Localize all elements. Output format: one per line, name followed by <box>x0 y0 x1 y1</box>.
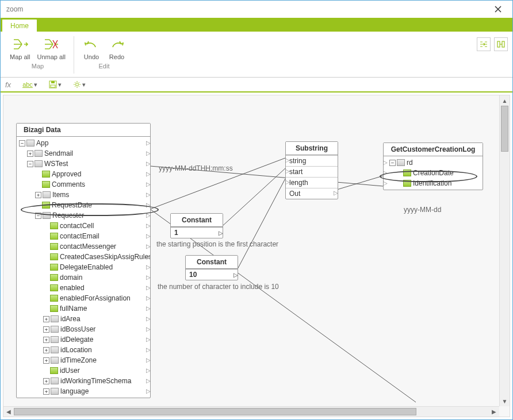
svg-rect-4 <box>51 85 55 87</box>
expand-icon[interactable]: + <box>43 388 49 395</box>
tree-node-contactmessenger[interactable]: contactMessenger▷ <box>17 241 150 252</box>
substring-string-port[interactable]: ▷string <box>286 155 338 166</box>
expand-icon[interactable]: + <box>35 192 41 198</box>
tree-node-idlocation[interactable]: +idLocation▷ <box>17 345 150 355</box>
substring-node[interactable]: Substring ▷string ▷start ▷length Out▷ <box>285 141 338 199</box>
unmap-all-icon <box>42 36 60 52</box>
constant2-value[interactable]: 10▷ <box>186 269 238 280</box>
tree-node-createdcases[interactable]: CreatedCasesSkipAssigRules▷ <box>17 252 150 262</box>
layout-button[interactable] <box>494 37 508 51</box>
close-button[interactable] <box>489 1 507 18</box>
target-node-rd[interactable]: ▷−rd <box>384 157 483 168</box>
tree-node-approved[interactable]: Approved▷ <box>17 169 150 179</box>
tree-node-wstest[interactable]: −WSTest▷ <box>17 159 150 169</box>
chevron-down-icon: ▾ <box>58 81 62 88</box>
expand-icon[interactable]: + <box>43 337 49 343</box>
tree-node-enabled[interactable]: enabled▷ <box>17 283 150 293</box>
ribbon: Map all Unmap all Map Undo <box>1 32 512 78</box>
expand-icon[interactable]: + <box>27 151 33 157</box>
constant1-value[interactable]: 1▷ <box>171 227 223 238</box>
horizontal-scrollbar[interactable]: ◀ ▶ <box>3 406 499 417</box>
collapse-icon[interactable]: − <box>389 160 396 166</box>
tree-node-domain[interactable]: domain▷ <box>17 272 150 283</box>
svg-rect-1 <box>502 41 504 47</box>
constant2-node[interactable]: Constant 10▷ <box>185 255 238 280</box>
constant1-title: Constant <box>171 214 223 227</box>
scroll-right-arrow[interactable]: ▶ <box>489 407 499 417</box>
map-all-label: Map all <box>10 53 30 60</box>
unmap-all-label: Unmap all <box>37 53 66 60</box>
tree-node-comments[interactable]: Comments▷ <box>17 179 150 190</box>
source-panel: Bizagi Data −App▷ +Sendmail▷ −WSTest▷ Ap… <box>16 123 151 398</box>
undo-button[interactable]: Undo <box>79 34 104 63</box>
unmap-all-button[interactable]: Unmap all <box>33 34 69 63</box>
substring-start-port[interactable]: ▷start <box>286 166 338 177</box>
ribbon-separator <box>74 36 74 74</box>
expand-icon[interactable]: + <box>43 347 49 353</box>
tree-node-contactcell[interactable]: contactCell▷ <box>17 221 150 231</box>
save-mapping-dropdown[interactable]: ▾ <box>49 80 62 88</box>
redo-icon <box>108 36 126 52</box>
settings-dropdown[interactable]: ▾ <box>73 80 86 88</box>
tree-node-iduser[interactable]: idUser▷ <box>17 365 150 376</box>
fx-label: fx <box>5 80 11 89</box>
annotation-target-format: yyyy-MM-dd <box>404 206 441 214</box>
mapping-canvas[interactable]: Bizagi Data −App▷ +Sendmail▷ −WSTest▷ Ap… <box>3 95 510 417</box>
map-all-button[interactable]: Map all <box>6 34 33 63</box>
text-type-dropdown[interactable]: abc ▾ <box>22 81 37 88</box>
redo-label: Redo <box>109 53 124 60</box>
tree-node-items[interactable]: +Items▷ <box>17 190 150 200</box>
undo-label: Undo <box>84 53 99 60</box>
formula-bar: fx abc ▾ ▾ ▾ <box>1 78 512 93</box>
scroll-up-arrow[interactable]: ▲ <box>500 95 510 106</box>
chevron-down-icon: ▾ <box>34 81 37 88</box>
collapse-icon[interactable]: − <box>19 140 25 147</box>
tree-node-idworkingtimeschema[interactable]: +idWorkingTimeSchema▷ <box>17 376 150 386</box>
tree-node-idbossuser[interactable]: +idBossUser▷ <box>17 324 150 334</box>
auto-map-icon <box>479 40 488 49</box>
auto-map-button[interactable] <box>477 37 491 51</box>
ribbon-group-map-label: Map <box>32 63 44 71</box>
vertical-scroll-thumb[interactable] <box>501 106 508 152</box>
substring-title: Substring <box>286 142 338 155</box>
annotation-source-format: yyyy-MM-ddTHH:mm:ss <box>159 164 233 172</box>
expand-icon[interactable]: + <box>43 357 49 364</box>
tree-node-app[interactable]: −App▷ <box>17 138 150 148</box>
tree-node-requester[interactable]: −Requester▷ <box>17 210 150 221</box>
annotation-length-note: the number of character to include is 10 <box>158 283 279 291</box>
scroll-down-arrow[interactable]: ▼ <box>500 396 510 406</box>
horizontal-scroll-thumb[interactable] <box>14 408 416 415</box>
tree-node-idarea[interactable]: +idArea▷ <box>17 314 150 324</box>
tree-node-enabledforassignation[interactable]: enabledForAssignation▷ <box>17 293 150 303</box>
expand-icon[interactable]: + <box>43 326 49 333</box>
tree-node-delegateenabled[interactable]: DelegateEnabled▷ <box>17 262 150 272</box>
target-panel-title: GetCustomerCreationLog <box>384 143 483 156</box>
map-all-icon <box>11 36 29 52</box>
scroll-left-arrow[interactable]: ◀ <box>3 407 14 417</box>
substring-length-port[interactable]: ▷length <box>286 177 338 188</box>
tree-node-fullname[interactable]: fullName▷ <box>17 303 150 314</box>
svg-point-5 <box>75 83 78 86</box>
undo-icon <box>82 36 101 52</box>
substring-out-port[interactable]: Out▷ <box>286 188 338 199</box>
tree-node-requestdate[interactable]: RequestDate▷ <box>17 200 150 210</box>
collapse-icon[interactable]: − <box>35 213 41 219</box>
constant1-node[interactable]: Constant 1▷ <box>170 213 223 238</box>
collapse-icon[interactable]: − <box>27 161 33 167</box>
target-node-identification[interactable]: ▷Identification <box>384 178 483 188</box>
vertical-scrollbar[interactable]: ▲ ▼ <box>499 95 510 406</box>
tree-node-language[interactable]: +language▷ <box>17 386 150 396</box>
tree-node-idtimezone[interactable]: +idTimeZone▷ <box>17 355 150 365</box>
tree-node-sendmail[interactable]: +Sendmail▷ <box>17 148 150 159</box>
source-tree[interactable]: −App▷ +Sendmail▷ −WSTest▷ Approved▷ Comm… <box>17 137 150 398</box>
tree-node-contactemail[interactable]: contactEmail▷ <box>17 231 150 241</box>
redo-button[interactable]: Redo <box>104 34 129 63</box>
target-node-creationdate[interactable]: ▷CreationDate <box>384 168 483 178</box>
ribbon-tabstrip: Home <box>1 18 512 32</box>
expand-icon[interactable]: + <box>43 316 49 322</box>
tree-node-iddelegate[interactable]: +idDelegate▷ <box>17 334 150 345</box>
expand-icon[interactable]: + <box>43 378 49 384</box>
tab-home[interactable]: Home <box>2 19 37 32</box>
chevron-down-icon: ▾ <box>82 81 86 88</box>
titlebar: zoom <box>1 1 512 18</box>
